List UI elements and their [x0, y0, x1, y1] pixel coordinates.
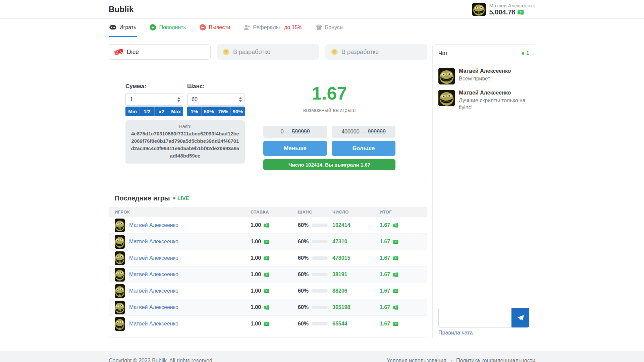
- amount-input[interactable]: [125, 94, 183, 106]
- player-name-link[interactable]: Матвей Алексеенко: [129, 255, 178, 261]
- bet-cell: 1.00: [251, 239, 298, 245]
- bet-cell: 1.00: [251, 288, 298, 294]
- history-panel: Последние игры LIVE Игрок Ставка Шанс Чи…: [109, 189, 427, 338]
- range-high: 400000 — 999999: [332, 126, 395, 138]
- player-name-link[interactable]: Матвей Алексеенко: [129, 222, 178, 228]
- last-result-button[interactable]: Число 102414. Вы выиграли 1.67: [263, 159, 395, 170]
- player-name-link[interactable]: Матвей Алексеенко: [129, 288, 178, 294]
- privacy-link[interactable]: Политика конфиденциальности: [456, 358, 535, 362]
- plus-circle-icon: +: [150, 24, 156, 31]
- amount-half-button[interactable]: 1/2: [140, 107, 154, 116]
- table-row: Матвей Алексеенко 1.00: [109, 299, 427, 315]
- trollface-icon: [115, 268, 125, 282]
- nav-item-referrals[interactable]: Рефералы до 15%: [243, 19, 303, 37]
- chance-cell: 60%: [298, 304, 332, 310]
- history-header-row: Игрок Ставка Шанс Число Итог: [109, 207, 427, 217]
- svg-text:?: ?: [333, 50, 335, 54]
- message-author[interactable]: Матвей Алексеенко: [459, 90, 529, 96]
- game-tabs: Dice ? В разработке ? В: [109, 44, 427, 60]
- table-row: Матвей Алексеенко 1.00: [109, 283, 427, 299]
- chat-input[interactable]: [438, 308, 512, 327]
- nav-item-play[interactable]: Играть: [109, 19, 137, 37]
- col-chance: Шанс: [298, 209, 332, 215]
- money-icon: [263, 272, 270, 277]
- message-text: Всем привет!: [459, 75, 511, 82]
- money-icon: [263, 289, 270, 294]
- number-cell: 65544: [332, 321, 380, 327]
- header: Bublik Матвей Алексеенко 5,004: [0, 0, 644, 19]
- money-icon: [263, 256, 270, 261]
- chance-75-button[interactable]: 75%: [216, 107, 230, 116]
- result-cell: 1.67: [380, 304, 421, 310]
- amount-max-button[interactable]: Max: [169, 107, 183, 116]
- dice-icon: [114, 48, 123, 56]
- trollface-icon: [472, 3, 486, 16]
- domino-icon: [109, 25, 116, 29]
- amount-stepper[interactable]: [177, 97, 180, 102]
- chance-cell: 60%: [298, 272, 332, 278]
- referrals-percent: до 15%: [284, 24, 303, 31]
- footer-separator: ·: [450, 358, 452, 362]
- player-name-link[interactable]: Матвей Алексеенко: [129, 239, 178, 245]
- money-icon: [392, 256, 399, 261]
- trollface-icon: [115, 301, 125, 314]
- chance-cell: 60%: [298, 288, 332, 294]
- result-cell: 1.67: [380, 321, 421, 327]
- bet-cell: 1.00: [251, 255, 298, 261]
- amount-min-button[interactable]: Min: [125, 107, 140, 116]
- bet-cell: 1.00: [251, 272, 298, 278]
- user-name: Матвей Алексеенко: [489, 3, 535, 8]
- user-balance: 5,004.78: [489, 8, 535, 16]
- hash-box: Hash: 4e875d1c70310580f7311abcc62093f4ba…: [125, 120, 245, 164]
- footer: Copyright © 2022 Bublik. All rights rese…: [0, 351, 644, 362]
- chance-stepper[interactable]: [239, 97, 242, 102]
- bet-cell: 1.00: [251, 321, 298, 327]
- amount-label: Сумма:: [125, 83, 183, 90]
- message-author[interactable]: Матвей Алексеенко: [459, 68, 511, 74]
- player-name-link[interactable]: Матвей Алексеенко: [129, 304, 178, 310]
- chance-1-button[interactable]: 1%: [187, 107, 201, 116]
- user-avatar: [472, 3, 486, 16]
- money-icon: [392, 272, 399, 277]
- player-name-link[interactable]: Матвей Алексеенко: [129, 272, 178, 278]
- chance-bar: [312, 289, 328, 293]
- chance-90-button[interactable]: 90%: [230, 107, 245, 116]
- gift-icon: [316, 24, 322, 30]
- bet-cell: 1.00: [251, 304, 298, 310]
- chance-input[interactable]: [187, 94, 245, 106]
- nav-item-bonuses[interactable]: Бонусы: [315, 19, 344, 37]
- player-name-link[interactable]: Матвей Алексеенко: [129, 321, 178, 327]
- table-row: Матвей Алексеенко 1.00: [109, 315, 427, 332]
- player-avatar: [115, 268, 125, 282]
- send-button[interactable]: [512, 308, 529, 327]
- number-cell: 38191: [332, 272, 380, 278]
- nav-item-deposit[interactable]: + Пополнить: [149, 19, 186, 37]
- bet-less-button[interactable]: Меньше: [263, 141, 327, 156]
- app-logo[interactable]: Bublik: [109, 5, 134, 14]
- chance-bar: [312, 273, 328, 276]
- bet-more-button[interactable]: Больше: [332, 141, 395, 156]
- tab-dice[interactable]: Dice: [109, 44, 211, 60]
- col-number: Число: [332, 209, 380, 215]
- paper-plane-icon: [517, 314, 524, 321]
- tab-in-development-1[interactable]: ? В разработке: [217, 44, 319, 60]
- table-row: Матвей Алексеенко 1.00: [109, 217, 427, 233]
- player-avatar: [115, 235, 125, 249]
- table-row: Матвей Алексеенко 1.00: [109, 250, 427, 266]
- chance-cell: 60%: [298, 222, 332, 228]
- chance-quick-buttons: 1% 50% 75% 90%: [187, 107, 245, 116]
- chat-rules-link[interactable]: Правила чата: [438, 330, 473, 336]
- chat-message: Матвей Алексеенко Лучшие скрипты только …: [438, 90, 529, 111]
- nav-item-withdraw[interactable]: − Вывести: [199, 19, 231, 37]
- tab-in-development-2[interactable]: ? В разработке: [325, 44, 427, 60]
- trollface-icon: [115, 251, 125, 265]
- terms-link[interactable]: Условия использования: [387, 358, 446, 362]
- coin-question-icon: ?: [223, 49, 229, 55]
- chance-50-button[interactable]: 50%: [201, 107, 216, 116]
- hash-label: Hash:: [128, 124, 242, 129]
- money-icon: [517, 9, 524, 15]
- user-box[interactable]: Матвей Алексеенко 5,004.78: [472, 3, 535, 16]
- amount-double-button[interactable]: x2: [154, 107, 169, 116]
- payout-caption: возможный выигрыш: [263, 107, 395, 113]
- money-icon: [392, 239, 399, 244]
